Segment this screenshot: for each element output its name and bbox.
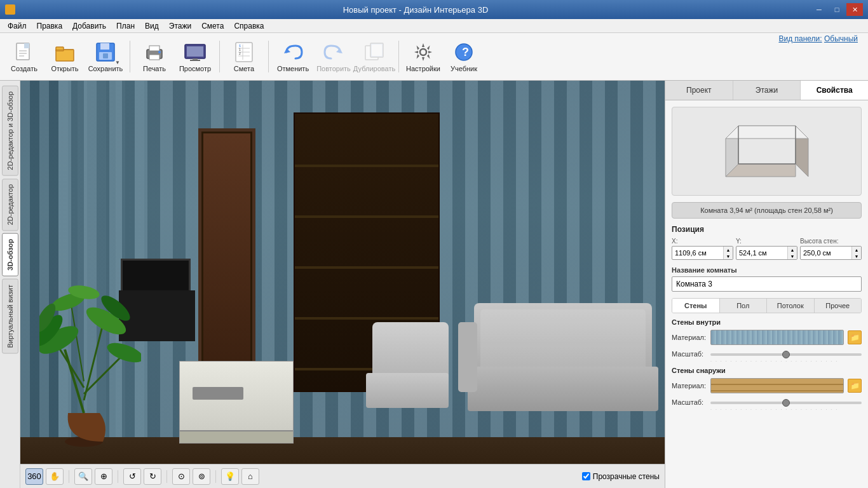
menu-plan[interactable]: План <box>111 20 140 32</box>
tutorial-button[interactable]: ? Учебник <box>445 36 483 78</box>
walls-outside-scale-label: Масштаб: <box>672 398 707 406</box>
svg-rect-1 <box>24 43 29 48</box>
pos-height-input[interactable] <box>801 248 851 258</box>
pos-x-input[interactable] <box>672 248 723 258</box>
menu-view[interactable]: Вид <box>140 20 164 32</box>
sideboard-base <box>180 430 293 443</box>
pos-x-up[interactable]: ▲ <box>724 247 733 253</box>
duplicate-button[interactable]: Дублировать <box>355 36 393 78</box>
transparent-walls-checkbox[interactable] <box>582 472 590 480</box>
undo-label: Отменить <box>277 65 309 72</box>
vt-hand-button[interactable]: ✋ <box>46 468 64 485</box>
surface-tab-walls[interactable]: Стены <box>672 299 720 313</box>
walls-outside-material-preview[interactable] <box>710 378 844 393</box>
pos-height-up[interactable]: ▲ <box>852 247 861 253</box>
estimate-button[interactable]: $ 1 2 Смета <box>225 36 263 78</box>
new-button[interactable]: Создать <box>5 36 43 78</box>
walls-inside-scale-slider[interactable] <box>710 353 862 356</box>
shelf-row <box>295 165 438 167</box>
undo-icon <box>281 41 304 64</box>
sidebar-tab-virtual[interactable]: Виртуальный визит <box>2 279 18 354</box>
preview-label: Просмотр <box>179 65 211 72</box>
settings-button[interactable]: Настройки <box>404 36 442 78</box>
svg-rect-14 <box>149 55 159 60</box>
title-bar: Новый проект - Дизайн Интерьера 3D ─ □ ✕ <box>0 0 868 19</box>
pos-x-label: X: <box>672 238 733 245</box>
pos-y-label: Y: <box>736 238 797 245</box>
room-preview <box>672 107 862 196</box>
save-button[interactable]: Сохранить ▼ <box>86 36 125 78</box>
menu-file[interactable]: Файл <box>3 20 32 32</box>
pos-height-down[interactable]: ▼ <box>852 253 861 259</box>
view-panel-value[interactable]: Обычный <box>824 34 858 43</box>
right-tab-properties[interactable]: Свойства <box>801 81 868 100</box>
svg-rect-32 <box>372 44 382 56</box>
viewport: 360 ✋ 🔍 ⊕ ↺ ↻ ⊙ ⊚ 💡 ⌂ Прозрачные стены <box>20 81 665 488</box>
walls-inside-material-folder[interactable]: 📁 <box>848 330 862 344</box>
walls-inside-material-preview[interactable] <box>710 330 844 345</box>
walls-outside-material-row: Материал: 📁 <box>672 378 862 393</box>
vt-light-button[interactable]: 💡 <box>221 468 239 485</box>
walls-inside-material-row: Материал: 📁 <box>672 330 862 345</box>
vt-rotate-left-button[interactable]: ↺ <box>123 468 141 485</box>
surface-tab-floor[interactable]: Пол <box>720 299 768 313</box>
walls-outside-scale-dots: · · · · · · · · · · · · · · · · · · · · … <box>710 407 862 412</box>
menu-floors[interactable]: Этажи <box>164 20 196 32</box>
menu-help[interactable]: Справка <box>229 20 269 32</box>
app-title: Новый проект - Дизайн Интерьера 3D <box>20 5 811 15</box>
print-label: Печать <box>143 65 166 72</box>
pos-x-spinners: ▲ ▼ <box>723 247 733 259</box>
position-grid: X: ▲ ▼ Y: ▲ <box>672 238 862 260</box>
right-panel-tabs: Проект Этажи Свойства <box>665 81 868 100</box>
vt-zoom-out-button[interactable]: 🔍 <box>74 468 92 485</box>
sidebar-tab-3d[interactable]: 3D-обзор <box>2 233 18 276</box>
settings-icon <box>412 41 435 64</box>
drawer <box>193 387 243 400</box>
close-button[interactable]: ✕ <box>846 3 863 16</box>
open-label: Открыть <box>51 65 78 72</box>
svg-rect-17 <box>187 46 203 57</box>
preview-button[interactable]: Просмотр <box>176 36 214 78</box>
pos-y-input[interactable] <box>736 248 787 258</box>
surface-tab-other[interactable]: Прочее <box>815 299 862 313</box>
walls-outside-scale-slider[interactable] <box>710 402 862 404</box>
minimize-button[interactable]: ─ <box>811 3 827 16</box>
print-button[interactable]: Печать <box>135 36 173 78</box>
walls-outside-material-folder[interactable]: 📁 <box>848 379 862 393</box>
menu-edit[interactable]: Правка <box>32 20 68 32</box>
menu-add[interactable]: Добавить <box>67 20 111 32</box>
vt-orbit1-button[interactable]: ⊙ <box>172 468 190 485</box>
undo-button[interactable]: Отменить <box>274 36 312 78</box>
transparent-walls-label[interactable]: Прозрачные стены <box>593 472 660 481</box>
vt-rotate-right-button[interactable]: ↻ <box>144 468 161 485</box>
right-tab-project[interactable]: Проект <box>665 81 733 100</box>
redo-button[interactable]: Повторить <box>315 36 353 78</box>
preview-icon <box>184 41 207 64</box>
open-button[interactable]: Открыть <box>46 36 84 78</box>
vt-home-button[interactable]: ⌂ <box>241 468 259 485</box>
sidebar-tab-2d3d[interactable]: 2D-редактор и 3D-обзор <box>2 86 18 176</box>
tutorial-icon: ? <box>452 41 475 64</box>
vt-360-button[interactable]: 360 <box>25 468 43 485</box>
pos-y-down[interactable]: ▼ <box>788 253 797 259</box>
vt-orbit2-button[interactable]: ⊚ <box>193 468 210 485</box>
right-tab-floors[interactable]: Этажи <box>733 81 801 100</box>
scene-3d[interactable] <box>20 81 665 488</box>
vt-zoom-in-button[interactable]: ⊕ <box>95 468 112 485</box>
menu-bar: Файл Правка Добавить План Вид Этажи Смет… <box>0 19 868 33</box>
pos-y-up[interactable]: ▲ <box>788 247 797 253</box>
new-icon <box>13 41 36 64</box>
pos-y-input-wrap: ▲ ▼ <box>736 246 797 260</box>
room-name-input[interactable] <box>672 276 862 292</box>
sidebar-tab-2d[interactable]: 2D-редактор <box>2 179 18 231</box>
sofa-arm <box>458 322 477 392</box>
pos-x-input-wrap: ▲ ▼ <box>672 246 733 260</box>
transparent-walls-toggle: Прозрачные стены <box>582 472 660 481</box>
pos-x-down[interactable]: ▼ <box>724 253 733 259</box>
surface-tab-ceiling[interactable]: Потолок <box>767 299 815 313</box>
save-icon <box>94 41 117 64</box>
maximize-button[interactable]: □ <box>829 3 845 16</box>
menu-estimate[interactable]: Смета <box>196 20 229 32</box>
svg-rect-19 <box>190 60 200 61</box>
pos-y-spinners: ▲ ▼ <box>787 247 797 259</box>
